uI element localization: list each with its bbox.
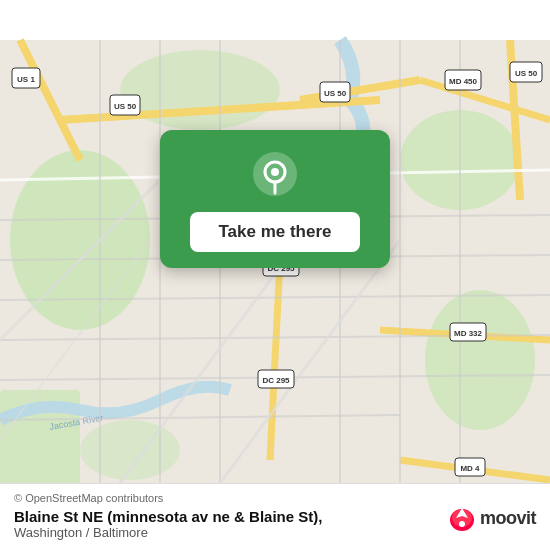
moovit-logo: moovit bbox=[448, 504, 536, 532]
svg-text:MD 4: MD 4 bbox=[460, 464, 480, 473]
svg-text:US 50: US 50 bbox=[515, 69, 538, 78]
svg-text:MD 332: MD 332 bbox=[454, 329, 483, 338]
moovit-brand-text: moovit bbox=[480, 508, 536, 529]
svg-point-58 bbox=[459, 521, 465, 527]
svg-text:DC 295: DC 295 bbox=[262, 376, 290, 385]
svg-text:MD 450: MD 450 bbox=[449, 77, 478, 86]
location-pin-icon bbox=[249, 148, 301, 200]
map-background: Jacosta River bbox=[0, 0, 550, 550]
moovit-icon bbox=[448, 504, 476, 532]
svg-text:US 50: US 50 bbox=[324, 89, 347, 98]
svg-point-53 bbox=[271, 168, 279, 176]
svg-text:US 50: US 50 bbox=[114, 102, 137, 111]
svg-text:US 1: US 1 bbox=[17, 75, 35, 84]
copyright-text: © OpenStreetMap contributors bbox=[14, 492, 536, 504]
take-me-there-button[interactable]: Take me there bbox=[190, 212, 359, 252]
map-container: Jacosta River bbox=[0, 0, 550, 550]
svg-point-3 bbox=[425, 290, 535, 430]
popup-card: Take me there bbox=[160, 130, 390, 268]
bottom-info-bar: © OpenStreetMap contributors Blaine St N… bbox=[0, 483, 550, 550]
